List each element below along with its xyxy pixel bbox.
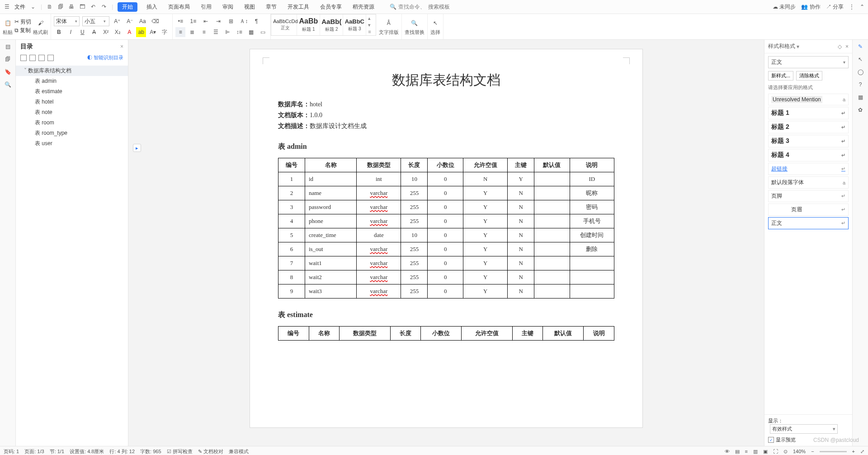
print-icon[interactable]: 🖶 (68, 4, 75, 10)
indent-inc-icon[interactable]: ⇥ (213, 16, 223, 26)
help-rail-icon[interactable]: ? (859, 81, 862, 88)
search-input[interactable] (427, 3, 465, 10)
undo-icon[interactable]: ↶ (90, 4, 96, 10)
bookmark-icon[interactable]: 🔖 (5, 69, 11, 75)
tab-review[interactable]: 审阅 (221, 2, 235, 12)
underline-icon[interactable]: U (77, 27, 87, 37)
dropdown-icon[interactable]: ⌄ (30, 4, 36, 10)
bold-icon[interactable]: B (54, 27, 64, 37)
zoom-out-icon[interactable]: − (811, 449, 814, 454)
outline-item[interactable]: 表 room (16, 118, 128, 128)
file-menu[interactable]: 文件 (14, 3, 25, 11)
italic-icon[interactable]: I (66, 27, 75, 37)
paste-icon[interactable]: 📋 (3, 18, 13, 28)
zoom-value[interactable]: 140% (793, 449, 806, 454)
style-list-item[interactable]: 页脚↵ (768, 190, 849, 202)
style-list-item[interactable]: 页眉↵ (768, 204, 849, 216)
view-mode-3-icon[interactable]: ▥ (753, 449, 758, 455)
share-button[interactable]: ↗ 分享 (826, 3, 844, 11)
showmarks-icon[interactable]: ¶ (251, 16, 261, 26)
superscript-icon[interactable]: X² (101, 27, 111, 37)
current-style-select[interactable]: 正文▾ (768, 56, 849, 68)
outline-tool-3[interactable] (38, 55, 45, 61)
tab-section[interactable]: 章节 (264, 2, 278, 12)
align-left-icon[interactable]: ≡ (175, 27, 185, 37)
strike-icon[interactable]: A̶ (89, 27, 99, 37)
settings-rail-icon[interactable]: ✿ (858, 107, 863, 113)
page-tab-icon[interactable]: 🗐 (5, 56, 10, 62)
outline-tool-1[interactable] (20, 55, 27, 61)
pin-icon[interactable]: ◇ (838, 43, 842, 50)
tab-pagelayout[interactable]: 页面布局 (166, 2, 192, 12)
save-icon[interactable]: 🗎 (47, 4, 53, 10)
style-list-item[interactable]: 标题 2↵ (768, 121, 849, 133)
status-ime[interactable]: ☑ 拼写检查 (167, 448, 193, 455)
show-styles-select[interactable]: 有效样式▾ (770, 424, 838, 434)
tab-start[interactable]: 开始 (118, 2, 137, 12)
more-icon[interactable]: ⋮ (849, 4, 854, 10)
search-rail-icon[interactable]: 🔍 (5, 81, 11, 88)
numbering-icon[interactable]: 1≡ (188, 16, 198, 26)
view-mode-2-icon[interactable]: ≡ (745, 449, 748, 454)
redo-icon[interactable]: ↷ (101, 4, 107, 10)
status-wordcount[interactable]: 字数: 965 (140, 448, 161, 455)
close-styles-icon[interactable]: × (845, 43, 849, 50)
format-painter-icon[interactable]: 🖌 (36, 18, 46, 28)
font-color-icon[interactable]: A (124, 27, 134, 37)
outline-item[interactable]: 表 user (16, 138, 128, 149)
command-search[interactable]: 🔍 查找命令、 (390, 3, 465, 11)
collab-button[interactable]: 👥 协作 (801, 3, 820, 11)
style-h3[interactable]: AaBbC标题 3 (343, 14, 366, 35)
shading-icon[interactable]: A▾ (148, 27, 158, 37)
subscript-icon[interactable]: X₂ (113, 27, 123, 37)
status-page[interactable]: 页面: 1/3 (24, 448, 44, 455)
status-section[interactable]: 节: 1/1 (50, 448, 64, 455)
style-list-item[interactable]: Unresolved Mentiona (768, 94, 849, 105)
bullets-icon[interactable]: •≡ (175, 16, 185, 26)
tab-member[interactable]: 会员专享 (318, 2, 344, 12)
style-list-item[interactable]: 默认段落字体a (768, 176, 849, 189)
view-eye-icon[interactable]: 👁 (725, 449, 730, 454)
line-spacing-icon[interactable]: ↕≡ (234, 27, 244, 37)
font-size-select[interactable]: 小五▾ (82, 16, 109, 26)
shape-rail-icon[interactable]: ◯ (858, 69, 863, 75)
outline-item[interactable]: 表 note (16, 107, 128, 118)
popout-icon[interactable]: ⤢ (860, 449, 864, 455)
zoom-slider[interactable] (820, 451, 847, 452)
outline-item[interactable]: 表 estimate (16, 86, 128, 97)
style-h1[interactable]: AaBb标题 1 (297, 14, 320, 35)
distribute-icon[interactable]: ⊫ (222, 27, 232, 37)
tab-resource[interactable]: 稻壳资源 (351, 2, 376, 12)
highlight-icon[interactable]: ab (136, 27, 146, 37)
tab-insert[interactable]: 插入 (145, 2, 159, 12)
new-style-button[interactable]: 新样式... (768, 71, 793, 81)
insert-pill-icon[interactable]: ▸ (133, 144, 141, 152)
status-rowcol[interactable]: 行: 4 列: 12 (109, 448, 135, 455)
tab-icon[interactable]: ⊞ (226, 16, 236, 26)
style-list-item[interactable]: 超链接↵ (768, 163, 849, 175)
outline-item[interactable]: 表 admin (16, 76, 128, 86)
tab-references[interactable]: 引用 (199, 2, 213, 12)
document-viewport[interactable]: ▸ 数据库表结构文档 数据库名：hotel 文档版本：1.0.0 文档描述：数据… (128, 40, 764, 446)
outline-tool-4[interactable] (47, 55, 54, 61)
style-h2[interactable]: AaBb(标题 2 (320, 14, 343, 35)
outline-tab-icon[interactable]: ▤ (5, 43, 10, 50)
fullscreen-icon[interactable]: ⛶ (773, 449, 778, 454)
sync-status[interactable]: ☁ 未同步 (773, 3, 796, 11)
hamburger-icon[interactable]: ☰ (4, 4, 10, 10)
borders-icon[interactable]: ▭ (258, 27, 268, 37)
align-center-icon[interactable]: ≣ (187, 27, 197, 37)
clear-format-button[interactable]: 清除格式 (796, 71, 822, 81)
style-list-item[interactable]: 标题 4↵ (768, 149, 849, 161)
select-group[interactable]: ↖ 选择 (428, 14, 443, 39)
grow-font-icon[interactable]: A⁺ (112, 16, 122, 26)
styles-rail-icon[interactable]: ✎ (858, 43, 863, 50)
style-normal[interactable]: AaBbCcDd正文 (274, 14, 297, 35)
status-docfix[interactable]: ✎ 文档校对 (198, 448, 223, 455)
gallery-more-icon[interactable]: ≡ (368, 29, 371, 34)
sort-icon[interactable]: Ａ↕ (239, 16, 249, 26)
saveas-icon[interactable]: 🗐 (57, 4, 64, 10)
view-mode-4-icon[interactable]: ▣ (763, 449, 768, 455)
justify-icon[interactable]: ☰ (211, 27, 221, 37)
zoom-in-icon[interactable]: + (852, 449, 855, 454)
